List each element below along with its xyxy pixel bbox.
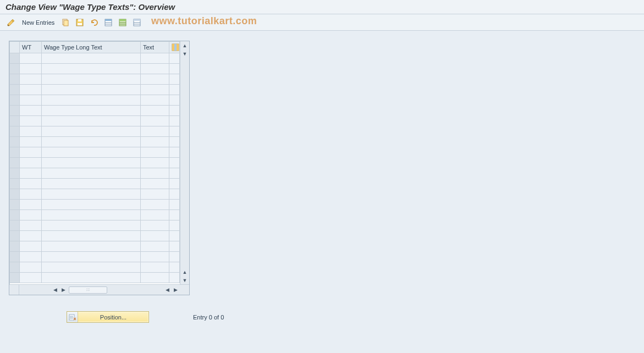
scroll-up2-icon[interactable]: ▲ — [181, 268, 189, 276]
cell-wt[interactable] — [20, 158, 42, 168]
row-selector[interactable] — [10, 147, 20, 158]
cell-long-text[interactable] — [42, 64, 141, 74]
table-row[interactable] — [10, 231, 180, 241]
edit-pencil-icon[interactable] — [5, 17, 16, 28]
cell-extra[interactable] — [169, 85, 180, 95]
cell-long-text[interactable] — [42, 116, 141, 126]
undo-icon[interactable] — [89, 17, 100, 28]
row-selector[interactable] — [10, 168, 20, 179]
cell-text[interactable] — [141, 179, 169, 189]
cell-long-text[interactable] — [42, 241, 141, 252]
cell-long-text[interactable] — [42, 85, 141, 95]
cell-wt[interactable] — [20, 179, 42, 189]
table-row[interactable] — [10, 137, 180, 147]
row-selector[interactable] — [10, 64, 20, 74]
cell-long-text[interactable] — [42, 95, 141, 106]
cell-text[interactable] — [141, 158, 169, 168]
cell-wt[interactable] — [20, 126, 42, 137]
table-row[interactable] — [10, 252, 180, 262]
cell-extra[interactable] — [169, 210, 180, 220]
cell-long-text[interactable] — [42, 200, 141, 210]
row-selector[interactable] — [10, 85, 20, 95]
cell-wt[interactable] — [20, 85, 42, 95]
table-view-icon[interactable] — [103, 17, 114, 28]
vertical-scrollbar[interactable]: ▲ ▼ ▲ ▼ — [180, 41, 189, 284]
scroll-down2-icon[interactable]: ▼ — [181, 276, 189, 284]
cell-extra[interactable] — [169, 231, 180, 241]
cell-wt[interactable] — [20, 200, 42, 210]
col-header-select[interactable] — [10, 42, 20, 53]
table-row[interactable] — [10, 147, 180, 158]
cell-extra[interactable] — [169, 106, 180, 116]
row-selector[interactable] — [10, 53, 20, 64]
cell-extra[interactable] — [169, 137, 180, 147]
cell-wt[interactable] — [20, 137, 42, 147]
copy-icon[interactable] — [60, 17, 71, 28]
cell-text[interactable] — [141, 168, 169, 179]
cell-long-text[interactable] — [42, 262, 141, 273]
cell-text[interactable] — [141, 64, 169, 74]
cell-wt[interactable] — [20, 74, 42, 85]
cell-text[interactable] — [141, 137, 169, 147]
cell-text[interactable] — [141, 189, 169, 200]
row-selector[interactable] — [10, 179, 20, 189]
table-row[interactable] — [10, 126, 180, 137]
scroll-down-icon[interactable]: ▼ — [181, 49, 189, 58]
cell-extra[interactable] — [169, 168, 180, 179]
cell-long-text[interactable] — [42, 147, 141, 158]
cell-extra[interactable] — [169, 64, 180, 74]
row-selector[interactable] — [10, 231, 20, 241]
cell-long-text[interactable] — [42, 53, 141, 64]
table-row[interactable] — [10, 53, 180, 64]
cell-text[interactable] — [141, 252, 169, 262]
select-all-icon[interactable] — [117, 17, 128, 28]
table-row[interactable] — [10, 95, 180, 106]
row-selector[interactable] — [10, 106, 20, 116]
cell-text[interactable] — [141, 200, 169, 210]
cell-long-text[interactable] — [42, 158, 141, 168]
cell-wt[interactable] — [20, 147, 42, 158]
table-settings-icon[interactable] — [169, 42, 180, 53]
table-row[interactable] — [10, 158, 180, 168]
cell-long-text[interactable] — [42, 168, 141, 179]
table-row[interactable] — [10, 210, 180, 220]
hscroll-thumb[interactable]: ::: — [69, 286, 107, 294]
cell-text[interactable] — [141, 95, 169, 106]
cell-long-text[interactable] — [42, 220, 141, 231]
cell-text[interactable] — [141, 106, 169, 116]
cell-wt[interactable] — [20, 231, 42, 241]
cell-extra[interactable] — [169, 74, 180, 85]
cell-text[interactable] — [141, 53, 169, 64]
cell-text[interactable] — [141, 210, 169, 220]
cell-extra[interactable] — [169, 95, 180, 106]
scroll-right-icon[interactable]: ▶ — [59, 286, 68, 294]
cell-long-text[interactable] — [42, 74, 141, 85]
cell-wt[interactable] — [20, 262, 42, 273]
cell-wt[interactable] — [20, 273, 42, 283]
cell-wt[interactable] — [20, 116, 42, 126]
cell-extra[interactable] — [169, 241, 180, 252]
cell-long-text[interactable] — [42, 126, 141, 137]
scroll-up-icon[interactable]: ▲ — [181, 41, 189, 49]
cell-extra[interactable] — [169, 189, 180, 200]
save-disk-icon[interactable] — [74, 17, 85, 28]
new-entries-button[interactable]: New Entries — [20, 19, 57, 26]
cell-extra[interactable] — [169, 220, 180, 231]
table-row[interactable] — [10, 241, 180, 252]
table-row[interactable] — [10, 200, 180, 210]
deselect-all-icon[interactable] — [131, 17, 142, 28]
cell-text[interactable] — [141, 126, 169, 137]
cell-long-text[interactable] — [42, 137, 141, 147]
cell-long-text[interactable] — [42, 252, 141, 262]
cell-wt[interactable] — [20, 106, 42, 116]
cell-long-text[interactable] — [42, 106, 141, 116]
row-selector[interactable] — [10, 262, 20, 273]
cell-text[interactable] — [141, 116, 169, 126]
cell-long-text[interactable] — [42, 273, 141, 283]
row-selector[interactable] — [10, 74, 20, 85]
table-row[interactable] — [10, 273, 180, 283]
row-selector[interactable] — [10, 95, 20, 106]
table-row[interactable] — [10, 74, 180, 85]
cell-extra[interactable] — [169, 158, 180, 168]
cell-wt[interactable] — [20, 252, 42, 262]
